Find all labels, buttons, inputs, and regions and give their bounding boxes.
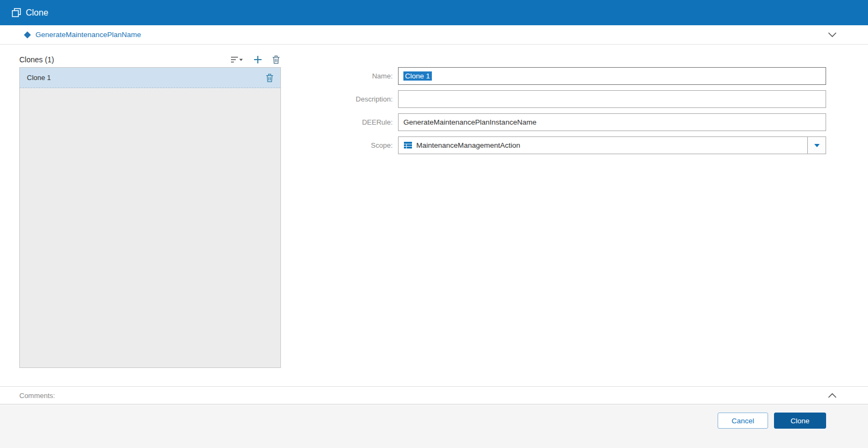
comments-label: Comments: [19, 392, 55, 400]
clone-item-label: Clone 1 [27, 74, 51, 82]
name-selected-text: Clone 1 [403, 71, 432, 81]
caret-down-icon [814, 144, 820, 147]
clones-toolbar [230, 54, 281, 65]
deerule-label: DEERule: [302, 118, 398, 126]
cancel-button[interactable]: Cancel [718, 413, 768, 429]
scope-value: MaintenanceManagementAction [416, 141, 520, 149]
scope-label: Scope: [302, 141, 398, 149]
comments-section: Comments: [0, 386, 868, 404]
scope-dropdown-button[interactable] [807, 137, 826, 154]
chevron-down-icon[interactable] [828, 32, 837, 38]
scope-row: Scope: MaintenanceManagementAction [302, 136, 826, 154]
dialog-header: Clone [0, 0, 868, 25]
filter-sort-button[interactable] [230, 55, 244, 64]
dialog-footer: Cancel Clone [0, 405, 868, 448]
description-label: Description: [302, 95, 398, 103]
delete-clone-button[interactable] [271, 54, 281, 65]
clones-panel-title: Clones (1) [19, 55, 54, 64]
clones-panel: Clones (1) [19, 52, 281, 368]
clone-form: Name: Clone 1 Description: DEERule: Scop… [281, 52, 826, 368]
source-object-name[interactable]: GenerateMaintenancePlanName [35, 31, 141, 39]
dialog-title: Clone [26, 8, 48, 18]
clone-list-item[interactable]: Clone 1 [20, 68, 280, 88]
deerule-input[interactable] [398, 113, 826, 131]
deerule-row: DEERule: [302, 113, 826, 131]
clone-button[interactable]: Clone [774, 413, 826, 429]
main-area: Clones (1) [0, 45, 868, 368]
diamond-icon [24, 31, 31, 39]
scope-select[interactable]: MaintenanceManagementAction [398, 136, 826, 154]
description-input[interactable] [398, 90, 826, 108]
name-row: Name: Clone 1 [302, 67, 826, 85]
description-row: Description: [302, 90, 826, 108]
chevron-up-icon[interactable] [828, 393, 837, 398]
table-grid-icon [404, 142, 412, 149]
clone-list[interactable]: Clone 1 [19, 67, 281, 368]
clones-panel-header: Clones (1) [19, 52, 281, 67]
scope-value-area[interactable]: MaintenanceManagementAction [399, 137, 807, 154]
clone-icon [12, 8, 21, 17]
delete-item-icon[interactable] [266, 74, 273, 82]
context-row: GenerateMaintenancePlanName [0, 25, 868, 45]
add-clone-button[interactable] [252, 54, 263, 65]
name-input[interactable]: Clone 1 [398, 67, 826, 85]
name-label: Name: [302, 72, 398, 80]
